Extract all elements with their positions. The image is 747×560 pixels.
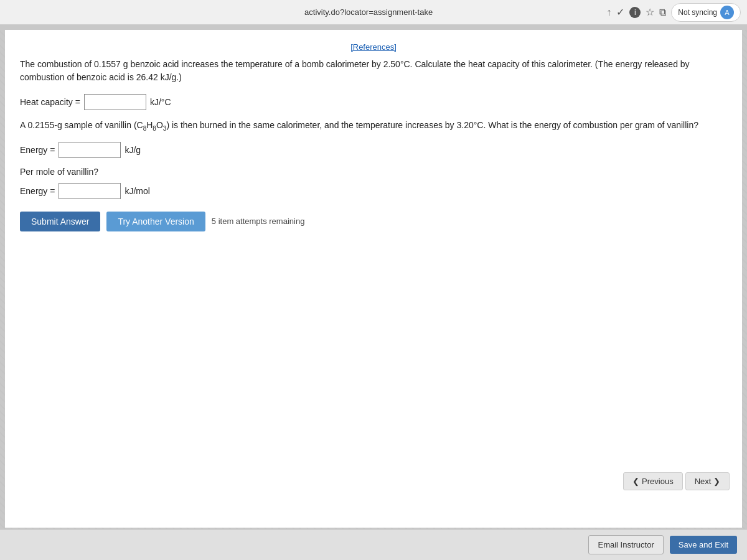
heat-capacity-row: Heat capacity = kJ/°C (20, 94, 727, 110)
energy2-row: Energy = kJ/mol (20, 183, 727, 199)
energy2-unit: kJ/mol (125, 186, 149, 196)
top-bar: activity.do?locator=assignment-take ↑ ✓ … (0, 0, 747, 25)
per-mole-text: Per mole of vanillin? (20, 167, 727, 177)
star-icon[interactable]: ☆ (646, 6, 654, 18)
section2-text: A 0.2155-g sample of vanillin (C8H8O3) i… (20, 119, 727, 133)
energy2-label: Energy = (20, 186, 55, 196)
main-content: [References] The combustion of 0.1557 g … (5, 30, 742, 528)
not-syncing-badge: Not syncing A (671, 3, 741, 22)
energy1-label: Energy = (20, 145, 55, 155)
url-bar[interactable]: activity.do?locator=assignment-take (131, 7, 606, 17)
energy2-input[interactable] (59, 183, 121, 199)
user-avatar: A (720, 6, 734, 19)
next-button[interactable]: Next (685, 472, 730, 490)
action-buttons: Submit Answer Try Another Version 5 item… (20, 212, 727, 231)
heat-capacity-input[interactable] (84, 94, 146, 110)
footer-bar: Technical Support Email Instructor Save … (0, 529, 747, 560)
previous-button[interactable]: Previous (623, 472, 682, 490)
energy1-input[interactable] (59, 142, 121, 158)
energy1-unit: kJ/g (125, 145, 141, 155)
bottom-nav: Previous Next (623, 472, 730, 490)
top-bar-right: ↑ ✓ i ☆ ⧉ Not syncing A (606, 3, 741, 22)
submit-answer-button[interactable]: Submit Answer (20, 212, 100, 231)
references-link[interactable]: [References] (20, 42, 727, 52)
save-and-exit-button[interactable]: Save and Exit (670, 536, 737, 554)
try-another-version-button[interactable]: Try Another Version (106, 212, 205, 231)
heat-capacity-label: Heat capacity = (20, 97, 80, 107)
main-question-text: The combustion of 0.1557 g benzoic acid … (20, 58, 727, 84)
attempts-remaining-text: 5 item attempts remaining (212, 217, 305, 226)
sync-icon[interactable]: ↑ (606, 7, 611, 18)
check-icon[interactable]: ✓ (616, 6, 624, 18)
copy-icon[interactable]: ⧉ (659, 7, 666, 18)
email-instructor-button[interactable]: Email Instructor (588, 535, 663, 554)
not-syncing-label: Not syncing (678, 8, 717, 17)
energy1-row: Energy = kJ/g (20, 142, 727, 158)
info-icon[interactable]: i (629, 7, 641, 18)
heat-capacity-unit: kJ/°C (150, 97, 171, 107)
